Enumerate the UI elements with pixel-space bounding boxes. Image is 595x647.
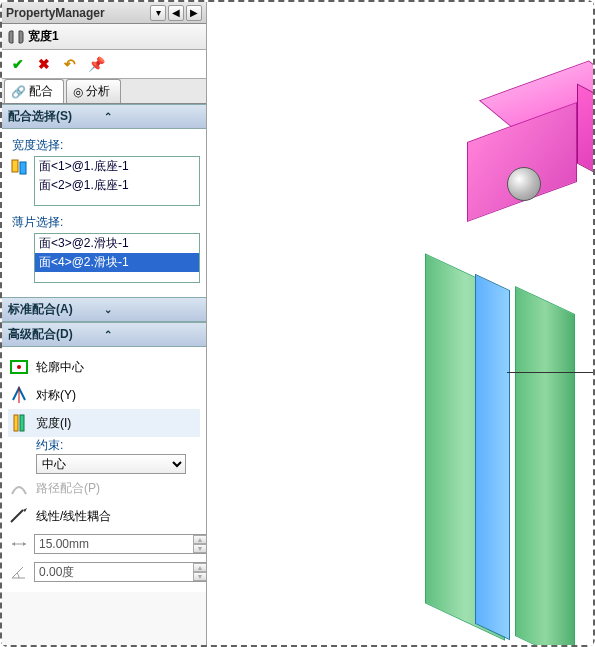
svg-rect-6 — [20, 415, 24, 431]
section-advanced-header[interactable]: 高级配合(D) ⌃ — [2, 322, 206, 347]
opt-profile-center[interactable]: 轮廓中心 — [8, 353, 200, 381]
list-item[interactable]: 面<3>@2.滑块-1 — [35, 234, 199, 253]
cancel-button[interactable]: ✖ — [34, 54, 54, 74]
dropdown-icon[interactable]: ▾ — [150, 5, 166, 21]
width-selection-listbox[interactable]: 面<1>@1.底座-1 面<2>@1.底座-1 — [34, 156, 200, 206]
section-standard-header[interactable]: 标准配合(A) ⌄ — [2, 297, 206, 322]
opt-label: 路径配合(P) — [36, 480, 100, 497]
list-item[interactable]: 面<4>@2.滑块-1 — [35, 253, 199, 272]
opt-path-mate: 路径配合(P) — [8, 474, 200, 502]
opt-width[interactable]: 宽度(I) — [8, 409, 200, 437]
spin-up-icon: ▲ — [193, 563, 206, 572]
width-selection-label: 宽度选择: — [12, 137, 200, 154]
tab-analysis[interactable]: ◎ 分析 — [66, 79, 121, 103]
feature-header: 宽度1 — [2, 24, 206, 50]
chevron-down-icon: ⌄ — [104, 304, 200, 315]
ok-button[interactable]: ✔ — [8, 54, 28, 74]
titlebar: PropertyManager ▾ ◀ ▶ — [2, 2, 206, 24]
clip-icon: 🔗 — [11, 85, 26, 99]
opt-label: 轮廓中心 — [36, 359, 84, 376]
tab-label: 分析 — [86, 83, 110, 100]
svg-rect-0 — [12, 160, 18, 172]
mate-icon — [8, 29, 24, 45]
list-item[interactable]: 面<1>@1.底座-1 — [35, 157, 199, 176]
feature-name: 宽度1 — [28, 28, 59, 45]
next-icon[interactable]: ▶ — [186, 5, 202, 21]
panel-title: PropertyManager — [6, 6, 150, 20]
width-select-icon[interactable] — [8, 156, 30, 178]
opt-label: 宽度(I) — [36, 415, 71, 432]
svg-point-3 — [17, 365, 21, 369]
width-icon — [8, 412, 30, 434]
opt-label: 对称(Y) — [36, 387, 76, 404]
linear-coupler-icon — [8, 505, 30, 527]
tab-selection-label: 薄片选择: — [12, 214, 200, 231]
symmetric-icon — [8, 384, 30, 406]
undo-button[interactable]: ↶ — [60, 54, 80, 74]
opt-linear-coupler[interactable]: 线性/线性耦合 — [8, 502, 200, 530]
constraint-select[interactable]: 中心 — [36, 454, 186, 474]
section-title: 配合选择(S) — [8, 108, 104, 125]
opt-symmetric[interactable]: 对称(Y) — [8, 381, 200, 409]
distance-icon — [8, 533, 30, 555]
list-item[interactable]: 面<2>@1.底座-1 — [35, 176, 199, 195]
tab-label: 配合 — [29, 83, 53, 100]
tab-mates[interactable]: 🔗 配合 — [4, 79, 64, 103]
section-title: 高级配合(D) — [8, 326, 104, 343]
analysis-icon: ◎ — [73, 85, 83, 99]
graphics-viewport[interactable]: 标签参考 宽度参考 — [207, 2, 593, 645]
section-title: 标准配合(A) — [8, 301, 104, 318]
angle-icon — [8, 561, 30, 583]
profile-center-icon — [8, 356, 30, 378]
path-mate-icon — [8, 477, 30, 499]
svg-rect-1 — [20, 162, 26, 174]
svg-rect-5 — [14, 415, 18, 431]
pushpin-button[interactable]: 📌 — [86, 54, 106, 74]
angle-input: ▲ ▼ — [34, 562, 206, 582]
svg-line-7 — [11, 510, 23, 522]
constraint-label: 约束: — [36, 437, 200, 454]
spin-down-icon: ▼ — [193, 544, 206, 553]
spin-up-icon: ▲ — [193, 535, 206, 544]
chevron-up-icon: ⌃ — [104, 111, 200, 122]
distance-input: ▲ ▼ — [34, 534, 206, 554]
section-selection-header[interactable]: 配合选择(S) ⌃ — [2, 104, 206, 129]
spin-down-icon: ▼ — [193, 572, 206, 581]
opt-label: 线性/线性耦合 — [36, 508, 111, 525]
chevron-up-icon: ⌃ — [104, 329, 200, 340]
tab-selection-listbox[interactable]: 面<3>@2.滑块-1 面<4>@2.滑块-1 — [34, 233, 200, 283]
prev-icon[interactable]: ◀ — [168, 5, 184, 21]
